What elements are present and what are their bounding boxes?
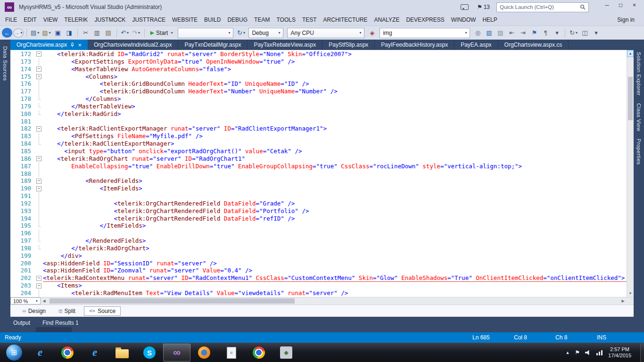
vertical-scrollbar[interactable]: ▲ ▼	[627, 50, 634, 297]
maximize-button[interactable]: □	[614, 0, 627, 10]
quick-launch-input[interactable]: Quick Launch (Ctrl+Q)	[496, 2, 589, 12]
pin-icon[interactable]	[70, 42, 74, 48]
code-line[interactable]: 185 <input type="button" onclick="export…	[10, 148, 627, 155]
menu-item-debug[interactable]: DEBUG	[224, 14, 251, 25]
extension-icon[interactable]: ◈	[367, 28, 377, 38]
taskbar-skype-button[interactable]: S	[136, 344, 163, 362]
refresh-icon[interactable]: ↻▾	[236, 28, 246, 38]
action-center-flag-icon[interactable]: ⚑	[575, 349, 580, 356]
search-combo[interactable]: img▾	[380, 28, 470, 38]
code-line[interactable]: 177 <telerik:GridBoundColumn HeaderText=…	[10, 88, 627, 95]
taskbar-visual-studio-button[interactable]: ∞	[163, 344, 190, 362]
code-line[interactable]: 172 <telerik:RadGrid ID="RadGrid2" runat…	[10, 50, 627, 58]
fold-toggle-icon[interactable]	[35, 73, 43, 81]
code-line[interactable]: 181	[10, 118, 627, 125]
side-tab-data-sources[interactable]: Data Sources	[2, 46, 8, 81]
volume-icon[interactable]	[585, 350, 591, 355]
taskbar-internet-explorer-button[interactable]: e	[26, 344, 54, 362]
code-line[interactable]: 202<telerik:RadContextMenu runat="server…	[10, 274, 627, 282]
decrease-indent-icon[interactable]: ⇤	[506, 28, 517, 38]
menu-item-edit[interactable]: EDIT	[20, 14, 40, 25]
code-line[interactable]: 196	[10, 230, 627, 237]
comment-icon[interactable]: ▧	[484, 28, 494, 38]
sign-in-link[interactable]: Sign in	[617, 16, 635, 23]
document-tab-paytaxrebateview-aspx[interactable]: PayTaxRebateView.aspx	[248, 40, 322, 50]
redo-icon[interactable]: ↷▾	[131, 28, 141, 38]
code-line[interactable]: 173 <ExportSettings ExportOnlyData="true…	[10, 58, 627, 66]
notifications-button[interactable]: ⚑ 13	[477, 4, 490, 10]
document-tab-payea-aspx[interactable]: PayEA.aspx	[454, 40, 498, 50]
open-file-icon[interactable]: ▨▾	[41, 28, 51, 38]
taskbar-text-editor-button[interactable]: ≡	[218, 344, 245, 362]
vertical-scroll-track[interactable]	[627, 57, 634, 290]
target-combo[interactable]: ▾	[178, 28, 233, 38]
windows-start-button[interactable]: ⊞	[6, 345, 22, 361]
paste-icon[interactable]: ▤	[103, 28, 114, 38]
start-debugging-button[interactable]: ▶Start▾	[148, 28, 176, 38]
close-button[interactable]: ×	[627, 0, 641, 10]
code-line[interactable]: 178 </Columns>	[10, 95, 627, 103]
bookmark-icon[interactable]: ⚑	[529, 28, 539, 38]
code-line[interactable]: 174 <MasterTableView AutoGenerateColumns…	[10, 66, 627, 73]
fold-toggle-icon[interactable]	[35, 185, 43, 192]
overflow-chevron-icon[interactable]: ▾	[552, 28, 562, 38]
scroll-up-button[interactable]: ▲	[627, 50, 634, 57]
menu-item-justtrace[interactable]: JUSTTRACE	[129, 14, 169, 25]
network-icon[interactable]	[596, 350, 603, 355]
menu-item-window[interactable]: WINDOW	[448, 14, 479, 25]
close-tab-icon[interactable]: ×	[78, 42, 82, 48]
save-all-icon[interactable]: ◨	[64, 28, 74, 38]
document-tab-paystfslip-aspx[interactable]: PayStfSlip.aspx	[322, 40, 375, 50]
code-line[interactable]: 184 </telerik:RadClientExportManager>	[10, 140, 627, 148]
browser-link-refresh-icon[interactable]: ↻▾	[568, 28, 578, 38]
fold-toggle-icon[interactable]	[35, 177, 43, 185]
show-hidden-icons-chevron[interactable]: ▲	[565, 350, 570, 355]
document-tab-orgchartsview-aspx-cs[interactable]: OrgChartsview.aspx.cs	[498, 40, 569, 50]
taskbar-internet-explorer-2-button[interactable]: e	[81, 344, 108, 362]
undo-icon[interactable]: ↶▾	[120, 28, 130, 38]
menu-item-devexpress[interactable]: DEVEXPRESS	[403, 14, 447, 25]
code-line[interactable]: 191	[10, 192, 627, 200]
uncomment-icon[interactable]: ▨	[495, 28, 505, 38]
document-tab-payifeedbackhistory-aspx[interactable]: PayIFeedbackHistory.aspx	[375, 40, 454, 50]
window-layout-icon[interactable]: ◫	[579, 28, 590, 38]
code-editor[interactable]: 172 <telerik:RadGrid ID="RadGrid2" runat…	[10, 50, 634, 297]
taskbar-clock[interactable]: 2:57 PM 17/4/2015	[608, 346, 631, 359]
panel-tab-output[interactable]: Output	[13, 320, 30, 332]
code-line[interactable]: 201<asp:HiddenField ID="Zoomval" runat="…	[10, 267, 627, 274]
copy-icon[interactable]: ▥	[92, 28, 102, 38]
code-line[interactable]: 187 EnableCollapsing="true" EnableDrillD…	[10, 163, 627, 170]
configuration-combo[interactable]: Debug▾	[248, 28, 283, 38]
navigate-backward-icon[interactable]: ←	[2, 28, 12, 38]
fold-toggle-icon[interactable]	[35, 66, 43, 73]
minimize-button[interactable]: ─	[600, 0, 614, 10]
scroll-left-button[interactable]: ◀	[41, 297, 48, 304]
menu-item-analyze[interactable]: ANALYZE	[371, 14, 403, 25]
code-line[interactable]: 198 </telerik:RadOrgChart>	[10, 245, 627, 252]
code-line[interactable]: 179 </MasterTableView>	[10, 103, 627, 110]
document-tab-paytxndetailmgr-aspx[interactable]: PayTxnDetailMgr.aspx	[178, 40, 248, 50]
code-lines[interactable]: 172 <telerik:RadGrid ID="RadGrid2" runat…	[10, 50, 627, 297]
view-split-button[interactable]: ◫Split	[54, 307, 80, 315]
code-line[interactable]: 183 <PdfSettings FileName="Myfile.pdf" /…	[10, 132, 627, 140]
menu-item-test[interactable]: TEST	[299, 14, 320, 25]
code-line[interactable]: 190 <ItemFields>	[10, 185, 627, 192]
find-in-files-icon[interactable]: ◎	[472, 28, 483, 38]
document-tab-orgchartsview-aspx[interactable]: OrgChartsview.aspx×	[10, 40, 88, 50]
save-icon[interactable]: ▣	[53, 28, 63, 38]
menu-item-view[interactable]: VIEW	[40, 14, 61, 25]
menu-item-telerik[interactable]: TELERIK	[61, 14, 91, 25]
menu-item-architecture[interactable]: ARCHITECTURE	[320, 14, 371, 25]
code-line[interactable]: 199 </div>	[10, 252, 627, 260]
cut-icon[interactable]: ✂	[81, 28, 91, 38]
taskbar-file-explorer-button[interactable]	[108, 344, 136, 362]
side-tab-solution-explorer[interactable]: Solution Explorer	[636, 52, 642, 96]
code-line[interactable]: 186 <telerik:RadOrgChart runat="server" …	[10, 155, 627, 163]
code-line[interactable]: 176 <telerik:GridBoundColumn HeaderText=…	[10, 80, 627, 88]
taskbar-app-button[interactable]: ◆	[272, 344, 300, 362]
scroll-down-button[interactable]: ▼	[627, 290, 634, 297]
new-file-icon[interactable]: ▤▾	[30, 28, 40, 38]
code-line[interactable]: 180 </telerik:RadGrid>	[10, 110, 627, 118]
code-line[interactable]: 197 </RenderedFields>	[10, 237, 627, 245]
code-line[interactable]: 194 <telerik:OrgChartRenderedField DataF…	[10, 215, 627, 222]
